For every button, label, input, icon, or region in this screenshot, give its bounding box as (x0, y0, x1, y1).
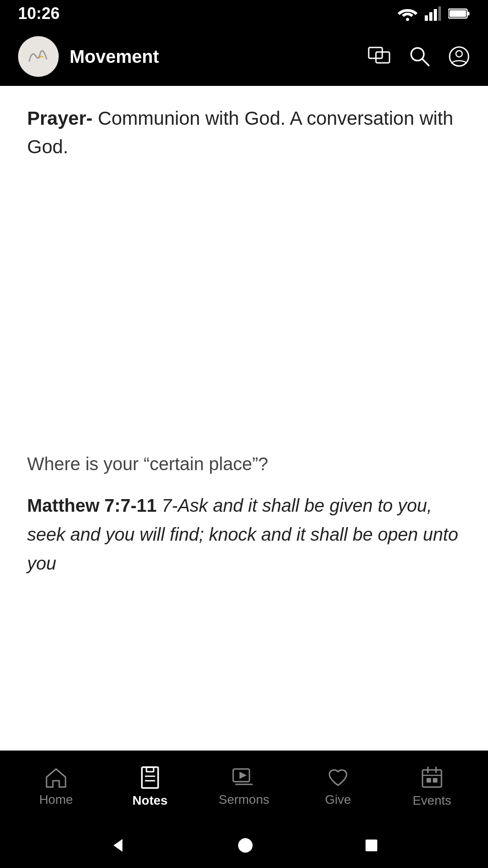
bottom-nav: Home Notes Sermons (0, 750, 488, 823)
svg-line-11 (422, 59, 429, 66)
svg-rect-26 (433, 778, 437, 783)
svg-rect-2 (429, 12, 432, 21)
nav-label-home: Home (39, 793, 73, 807)
search-button[interactable] (409, 46, 430, 67)
nav-item-notes[interactable]: Notes (103, 766, 197, 808)
events-icon (421, 766, 443, 789)
notes-icon (140, 766, 160, 789)
status-icons (398, 6, 470, 21)
svg-rect-14 (142, 767, 158, 788)
svg-rect-6 (467, 12, 469, 15)
svg-rect-1 (425, 15, 428, 21)
app-name: Movement (70, 47, 159, 67)
status-time: 10:26 (18, 4, 60, 23)
back-button[interactable] (110, 837, 126, 854)
prayer-line: Prayer- Communion with God. A conversati… (27, 104, 461, 161)
nav-label-sermons: Sermons (219, 793, 269, 807)
svg-point-28 (238, 838, 253, 853)
content-spacer (27, 179, 461, 450)
scripture-reference: Matthew 7:7-11 (27, 495, 157, 515)
give-icon (327, 767, 349, 788)
header-left: Movement (18, 36, 159, 77)
nav-label-give: Give (325, 793, 351, 807)
nav-label-notes: Notes (132, 793, 168, 808)
svg-rect-25 (427, 778, 431, 783)
svg-point-13 (456, 51, 462, 57)
signal-icon (425, 6, 441, 21)
wifi-icon (398, 6, 418, 21)
nav-item-sermons[interactable]: Sermons (197, 767, 291, 807)
svg-point-0 (406, 18, 409, 21)
question-line: Where is your “certain place”? (27, 450, 461, 477)
header-actions (368, 46, 470, 67)
svg-rect-4 (438, 6, 441, 21)
scripture-line: Matthew 7:7-11 7-Ask and it shall be giv… (27, 491, 461, 578)
svg-rect-3 (434, 9, 437, 21)
battery-icon (448, 8, 470, 19)
svg-rect-7 (450, 10, 466, 17)
svg-rect-21 (422, 770, 441, 787)
chat-button[interactable] (368, 47, 391, 66)
android-nav-bar (0, 823, 488, 868)
main-content: Prayer- Communion with God. A conversati… (0, 86, 488, 750)
svg-rect-15 (146, 767, 154, 772)
app-header: Movement (0, 27, 488, 86)
nav-item-give[interactable]: Give (291, 767, 385, 807)
home-icon (45, 767, 67, 788)
profile-button[interactable] (448, 46, 470, 67)
status-bar: 10:26 (0, 0, 488, 27)
nav-item-events[interactable]: Events (385, 766, 479, 808)
nav-item-home[interactable]: Home (9, 767, 103, 807)
nav-label-events: Events (413, 793, 451, 808)
app-logo[interactable] (18, 36, 59, 77)
svg-marker-27 (113, 839, 122, 852)
prayer-bold: Prayer- (27, 108, 93, 129)
svg-rect-29 (366, 840, 377, 851)
svg-marker-19 (239, 772, 247, 779)
home-button[interactable] (237, 837, 253, 854)
recents-button[interactable] (365, 839, 378, 852)
sermons-icon (232, 767, 256, 788)
